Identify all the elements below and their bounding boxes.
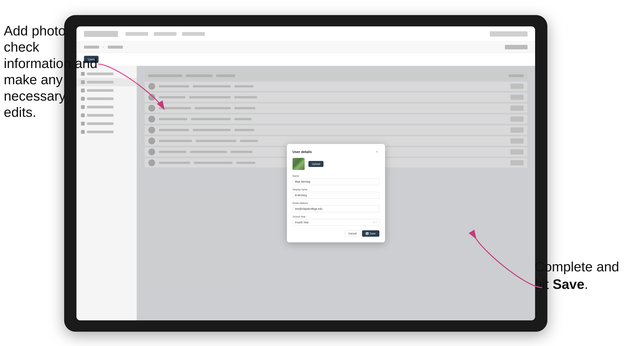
app-subheader: ›	[76, 41, 535, 53]
nav-item-2[interactable]	[154, 32, 176, 36]
annotation-left: Add photo, check information and make an…	[4, 23, 98, 120]
select-clear-icon[interactable]: ×	[373, 221, 375, 224]
main-content: User details × Upload Name	[137, 66, 535, 320]
display-name-field-group: Display name	[292, 188, 380, 199]
modal-user-details: User details × Upload Name	[287, 144, 385, 242]
header-right	[490, 31, 528, 36]
save-button[interactable]: Save	[362, 230, 380, 237]
display-name-input[interactable]	[292, 192, 380, 199]
breadcrumb-2	[108, 46, 123, 49]
school-year-select-wrapper: Fourth Year × ⌃	[292, 219, 380, 226]
modal-title: User details	[292, 150, 312, 154]
nav-item-3[interactable]	[182, 32, 205, 36]
photo-image	[292, 158, 305, 170]
modal-header: User details ×	[292, 150, 380, 154]
sub-header-right	[505, 45, 528, 49]
email-input[interactable]	[292, 205, 380, 212]
email-field-group: Email address	[292, 202, 380, 212]
photo-section: Upload	[292, 158, 380, 170]
select-controls: × ⌃	[373, 221, 378, 224]
app-nav	[126, 32, 482, 36]
sidebar-item-7[interactable]	[76, 120, 137, 128]
name-label: Name	[292, 174, 380, 177]
sidebar-label-7	[87, 122, 114, 125]
modal-overlay: User details × Upload Name	[137, 66, 535, 320]
upload-button[interactable]: Upload	[308, 161, 324, 167]
breadcrumb-sep: ›	[103, 45, 104, 49]
school-year-field-group: School Year Fourth Year × ⌃	[292, 215, 380, 226]
select-arrow-icon[interactable]: ⌃	[376, 221, 378, 224]
cancel-button[interactable]: Cancel	[345, 230, 360, 237]
school-year-label: School Year	[292, 215, 380, 218]
modal-footer: Cancel Save	[292, 230, 380, 237]
email-label: Email address	[292, 202, 380, 204]
modal-close-button[interactable]: ×	[375, 150, 380, 154]
display-name-label: Display name	[292, 188, 380, 191]
sidebar-icon-7	[81, 122, 85, 126]
name-field-group: Name	[292, 174, 380, 185]
nav-item-1[interactable]	[126, 32, 148, 36]
school-year-value: Fourth Year	[295, 221, 377, 224]
save-label: Save	[370, 232, 376, 235]
content-area: User details × Upload Name	[76, 66, 535, 320]
name-input[interactable]	[292, 178, 380, 185]
tablet-screen: › Users	[76, 26, 535, 320]
sidebar-label-8	[87, 131, 114, 133]
annotation-right: Complete and hit Save.	[534, 258, 633, 293]
save-icon	[366, 232, 368, 235]
sidebar-icon-8	[81, 130, 85, 134]
app-header	[76, 26, 535, 41]
photo-thumbnail	[292, 158, 305, 170]
toolbar: Users	[76, 53, 535, 66]
sidebar-item-8[interactable]	[76, 128, 137, 136]
school-year-select[interactable]: Fourth Year × ⌃	[292, 219, 380, 226]
tablet-device: › Users	[64, 15, 547, 332]
